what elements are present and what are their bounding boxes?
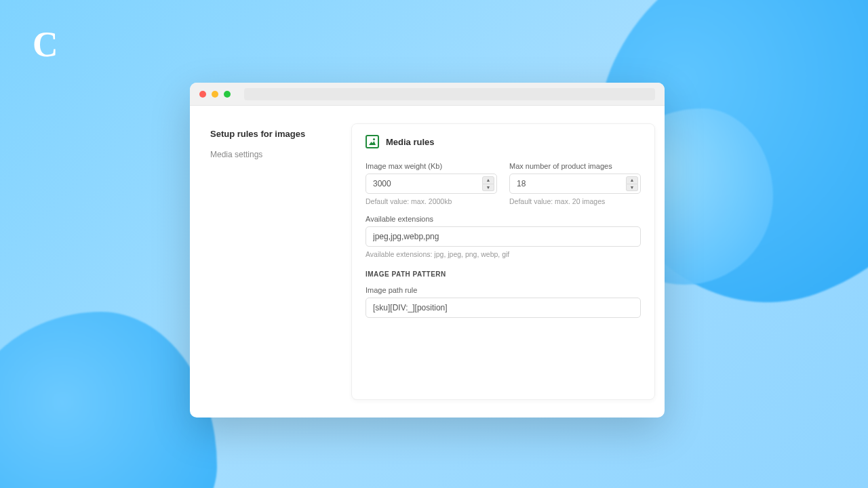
label-extensions: Available extensions [366, 215, 641, 223]
stepper-max-images: ▲ ▼ [626, 176, 638, 191]
page-content: Setup rules for images Media settings Me… [190, 106, 665, 418]
help-extensions: Available extensions: jpg, jpeg, png, we… [366, 250, 641, 258]
media-rules-panel: Media rules Image max weight (Kb) ▲ ▼ De… [351, 123, 655, 400]
label-path-rule: Image path rule [366, 286, 641, 294]
address-bar[interactable] [244, 88, 655, 100]
sidebar-title: Setup rules for images [210, 129, 339, 139]
image-icon [366, 135, 379, 148]
step-up-button[interactable]: ▲ [626, 176, 638, 184]
step-down-button[interactable]: ▼ [482, 184, 494, 192]
browser-window: Setup rules for images Media settings Me… [190, 83, 665, 418]
sidebar: Setup rules for images Media settings [210, 123, 339, 400]
brand-logo: C [33, 24, 58, 64]
window-minimize-icon[interactable] [212, 91, 218, 98]
browser-titlebar [190, 83, 665, 106]
label-max-weight: Image max weight (Kb) [366, 162, 497, 170]
input-path-rule[interactable] [366, 298, 641, 318]
panel-header: Media rules [366, 135, 641, 148]
step-down-button[interactable]: ▼ [626, 184, 638, 192]
step-up-button[interactable]: ▲ [482, 176, 494, 184]
field-extensions: Available extensions Available extension… [366, 215, 641, 258]
field-path-rule: Image path rule [366, 286, 641, 318]
help-max-weight: Default value: max. 2000kb [366, 197, 497, 205]
help-max-images: Default value: max. 20 images [509, 197, 641, 205]
background-blob [0, 312, 217, 488]
label-max-images: Max number of product images [509, 162, 641, 170]
field-max-images: Max number of product images ▲ ▼ Default… [509, 162, 641, 205]
window-maximize-icon[interactable] [224, 91, 231, 98]
field-max-weight: Image max weight (Kb) ▲ ▼ Default value:… [366, 162, 497, 205]
input-extensions[interactable] [366, 226, 641, 247]
input-max-weight[interactable] [366, 174, 497, 194]
section-heading-path: IMAGE PATH PATTERN [366, 270, 641, 278]
sidebar-item-media-settings[interactable]: Media settings [210, 150, 339, 159]
window-close-icon[interactable] [199, 91, 206, 98]
stepper-max-weight: ▲ ▼ [482, 176, 494, 191]
panel-title: Media rules [386, 137, 435, 147]
input-max-images[interactable] [509, 174, 641, 194]
